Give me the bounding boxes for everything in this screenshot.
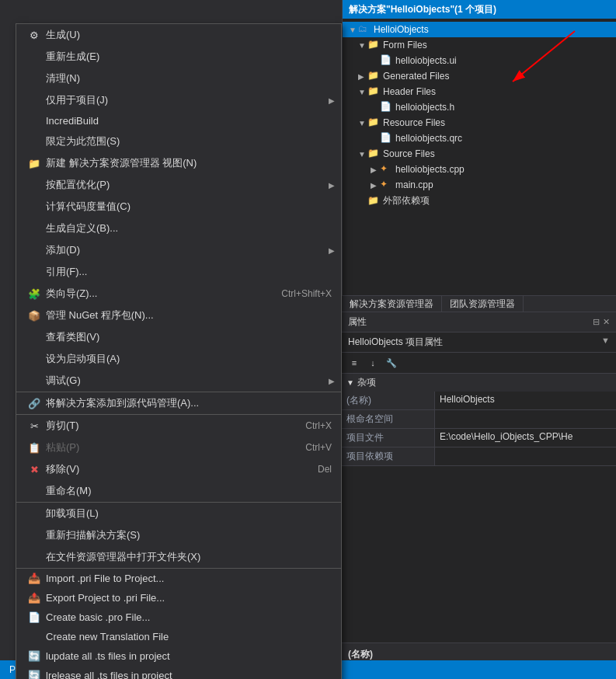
menu-item-debug[interactable]: 调试(G)	[16, 370, 341, 392]
menu-item-new-solution-view[interactable]: 📁 新建 解决方案资源管理器 视图(N)	[16, 152, 341, 174]
paste-icon: 📋	[26, 442, 43, 454]
solution-tree[interactable]: ▼ 🗂 HelloiObjects ▼ 📁 Form Files 📄 hello…	[343, 19, 616, 283]
tree-item-ui-file[interactable]: 📄 helloiobjects.ui	[343, 53, 616, 68]
folder-icon: 📁	[367, 148, 380, 160]
tab-solution-explorer[interactable]: 解决方案资源管理器	[342, 296, 442, 312]
export-pri-icon: 📤	[26, 592, 43, 604]
external-deps-label: 外部依赖项	[383, 194, 430, 207]
menu-item-import-pri[interactable]: 📥 Import .pri File to Project...	[16, 569, 341, 588]
menu-item-rescan-solution[interactable]: 重新扫描解决方案(S)	[16, 524, 341, 546]
tree-item-qrc-file[interactable]: 📄 helloiobjects.qrc	[343, 131, 616, 146]
remove-shortcut: Del	[318, 464, 332, 475]
menu-item-unload-project[interactable]: 卸载项目(L)	[16, 503, 341, 524]
main-cpp-icon: ✦	[380, 179, 392, 191]
menu-item-rename[interactable]: 重命名(M)	[16, 480, 341, 502]
menu-item-calc-code-metrics[interactable]: 计算代码度量值(C)	[16, 196, 341, 218]
solution-explorer-panel: 解决方案"HelloiObjects"(1 个项目) ▼ 🗂 HelloiObj…	[342, 0, 616, 311]
tree-item-project[interactable]: ▼ 🗂 HelloiObjects	[343, 22, 616, 37]
prop-key-projectfile: 项目文件	[342, 429, 435, 447]
tree-item-h-file[interactable]: 📄 helloiobjects.h	[343, 99, 616, 115]
prop-key-namespace: 根命名空间	[342, 410, 435, 428]
menu-item-manage-nuget[interactable]: 📦 管理 NuGet 程序包(N)...	[16, 305, 341, 326]
qrc-file-label: helloiobjects.qrc	[395, 133, 462, 144]
menu-item-paste[interactable]: 📋 粘贴(P) Ctrl+V	[16, 437, 341, 458]
solution-title: 解决方案"HelloiObjects"(1 个项目)	[349, 3, 496, 16]
new-solution-view-icon: 📁	[26, 158, 43, 169]
menu-item-lupdate[interactable]: 🔄 lupdate all .ts files in project	[16, 646, 341, 666]
menu-item-only-project[interactable]: 仅用于项目(J)	[16, 89, 341, 111]
ui-file-icon: 📄	[380, 54, 392, 67]
tree-item-main-cpp[interactable]: ▶ ✦ main.cpp	[343, 177, 616, 193]
prop-toolbar: ≡ ↓ 🔧	[342, 353, 616, 374]
section-expand-icon[interactable]: ▼	[346, 378, 354, 387]
source-control-icon: 🔗	[26, 398, 43, 409]
prop-pages-btn[interactable]: 🔧	[384, 355, 399, 371]
menu-item-clean[interactable]: 清理(N)	[16, 68, 341, 89]
menu-item-create-pro[interactable]: 📄 Create basic .pro File...	[16, 608, 341, 627]
context-menu: ⚙ 生成(U) 重新生成(E) 清理(N) 仅用于项目(J) IncrediBu…	[16, 23, 342, 679]
project-props-title: HelloiObjects 项目属性 ▼	[342, 333, 616, 353]
prop-value-name: HelloiObjects	[435, 392, 616, 409]
menu-item-lrelease[interactable]: 🔄 lrelease all .ts files in project	[16, 666, 341, 679]
tree-item-generated-files[interactable]: ▶ 📁 Generated Files	[343, 68, 616, 84]
prop-key-projectdeps: 项目依赖项	[342, 447, 435, 465]
sort-alpha-btn[interactable]: ↓	[365, 355, 381, 371]
generated-files-label: Generated Files	[383, 71, 449, 82]
folder-icon: 📁	[367, 70, 380, 82]
header-files-label: Header Files	[383, 86, 436, 97]
prop-row-projectdeps: 项目依赖项	[342, 447, 616, 466]
menu-item-remove[interactable]: ✖ 移除(V) Del	[16, 458, 341, 480]
project-icon: 🗂	[358, 23, 371, 36]
menu-item-reference[interactable]: 引用(F)...	[16, 261, 341, 283]
menu-item-create-translation[interactable]: Create new Translation File	[16, 627, 341, 646]
tab-team-explorer[interactable]: 团队资源管理器	[442, 296, 524, 312]
create-pro-icon: 📄	[26, 611, 43, 623]
bottom-tabs-bar: 解决方案资源管理器 团队资源管理器	[342, 295, 616, 312]
menu-item-incredibuild[interactable]: IncrediBuild	[16, 111, 341, 131]
properties-header: 属性 ⊟ ✕	[342, 312, 616, 333]
build-icon: ⚙	[26, 30, 43, 41]
source-files-label: Source Files	[383, 148, 435, 159]
menu-item-cut[interactable]: ✂ 剪切(T) Ctrl+X	[16, 415, 341, 437]
tree-arrow: ▼	[358, 88, 367, 96]
lupdate-icon: 🔄	[26, 650, 43, 662]
sort-by-category-btn[interactable]: ≡	[346, 355, 362, 371]
prop-value-namespace	[435, 410, 616, 428]
paste-shortcut: Ctrl+V	[305, 442, 332, 453]
prop-value-projectdeps	[435, 447, 616, 465]
tree-item-source-files[interactable]: ▼ 📁 Source Files	[343, 146, 616, 162]
tree-item-form-files[interactable]: ▼ 📁 Form Files	[343, 37, 616, 53]
cut-shortcut: Ctrl+X	[305, 420, 332, 431]
prop-dropdown-arrow[interactable]: ▼	[601, 336, 610, 345]
menu-item-add-to-source-control[interactable]: 🔗 将解决方案添加到源代码管理(A)...	[16, 392, 341, 414]
tree-item-external-deps[interactable]: 📁 外部依赖项	[343, 193, 616, 209]
class-wizard-icon: 🧩	[26, 288, 43, 300]
close-icon[interactable]: ✕	[603, 317, 610, 327]
prop-row-name: (名称) HelloiObjects	[342, 392, 616, 410]
menu-item-view[interactable]: 查看类图(V)	[16, 326, 341, 348]
menu-item-limit-scope[interactable]: 限定为此范围(S)	[16, 131, 341, 152]
menu-item-build-custom[interactable]: 生成自定义(B)...	[16, 218, 341, 239]
menu-item-open-in-explorer[interactable]: 在文件资源管理器中打开文件夹(X)	[16, 546, 341, 568]
menu-item-class-wizard[interactable]: 🧩 类向导(Z)... Ctrl+Shift+X	[16, 283, 341, 305]
form-files-label: Form Files	[383, 40, 427, 50]
tree-item-header-files[interactable]: ▼ 📁 Header Files	[343, 84, 616, 99]
tree-arrow: ▼	[358, 41, 367, 50]
h-file-label: helloiobjects.h	[395, 102, 454, 113]
menu-item-export-pri[interactable]: 📤 Export Project to .pri File...	[16, 588, 341, 608]
tree-item-resource-files[interactable]: ▼ 📁 Resource Files	[343, 115, 616, 131]
menu-item-set-startup[interactable]: 设为启动项目(A)	[16, 348, 341, 370]
ui-file-label: helloiobjects.ui	[395, 55, 457, 66]
menu-item-add[interactable]: 添加(D)	[16, 239, 341, 261]
h-file-icon: 📄	[380, 101, 392, 113]
menu-item-config-optimize[interactable]: 按配置优化(P)	[16, 174, 341, 196]
nuget-icon: 📦	[26, 310, 43, 322]
dock-icon[interactable]: ⊟	[593, 317, 600, 327]
tree-arrow: ▶	[371, 165, 380, 174]
cut-icon: ✂	[26, 420, 43, 432]
menu-item-rebuild[interactable]: 重新生成(E)	[16, 46, 341, 68]
menu-item-build[interactable]: ⚙ 生成(U)	[16, 24, 341, 46]
tree-arrow: ▼	[358, 150, 367, 158]
tree-item-cpp-file[interactable]: ▶ ✦ helloiobjects.cpp	[343, 162, 616, 177]
folder-icon: 📁	[367, 39, 380, 51]
